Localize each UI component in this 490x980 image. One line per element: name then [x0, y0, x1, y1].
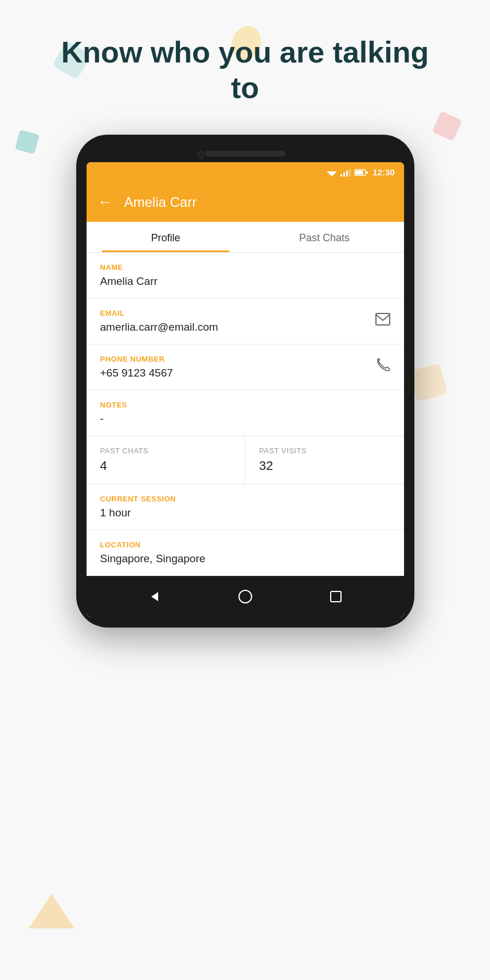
phone-camera [197, 151, 205, 159]
past-visits-stat-label: PAST VISITS [259, 446, 390, 455]
signal-icon [340, 168, 351, 177]
svg-point-18 [239, 590, 252, 603]
stats-row: PAST CHATS 4 PAST VISITS 32 [87, 436, 404, 484]
svg-marker-8 [327, 171, 337, 177]
profile-content: NAME Amelia Carr EMAIL amerlia.carr@emai… [87, 253, 404, 576]
hero-heading: Know who you are talking to [0, 0, 490, 129]
past-chats-stat-label: PAST CHATS [100, 446, 232, 455]
back-button[interactable]: ← [98, 193, 113, 211]
svg-marker-17 [151, 592, 158, 601]
phone-icon [377, 358, 390, 376]
phone-mockup: 12:30 ← Amelia Carr Profile Past Chats N… [0, 135, 490, 628]
status-time: 12:30 [373, 167, 394, 177]
notes-value: - [100, 413, 390, 425]
name-value: Amelia Carr [100, 275, 390, 288]
svg-rect-15 [366, 171, 368, 174]
phone-top-bar [87, 151, 404, 156]
location-value: Singapore, Singapore [100, 552, 390, 565]
past-chats-stat: PAST CHATS 4 [87, 436, 246, 484]
phone-field: PHONE NUMBER +65 9123 4567 [87, 344, 404, 390]
status-icons [327, 168, 368, 177]
past-chats-stat-value: 4 [100, 458, 232, 473]
battery-icon [354, 168, 368, 177]
email-field: EMAIL amerlia.carr@email.com [87, 299, 404, 344]
notes-field: NOTES - [87, 390, 404, 436]
svg-rect-16 [376, 313, 390, 325]
past-visits-stat: PAST VISITS 32 [245, 436, 404, 484]
name-field: NAME Amelia Carr [87, 253, 404, 299]
phone-label: PHONE NUMBER [100, 355, 390, 363]
name-label: NAME [100, 263, 390, 272]
tab-bar: Profile Past Chats [87, 222, 404, 253]
location-field: LOCATION Singapore, Singapore [87, 530, 404, 576]
notes-label: NOTES [100, 401, 390, 409]
current-session-label: CURRENT SESSION [100, 495, 390, 503]
app-bar: ← Amelia Carr [87, 183, 404, 222]
wifi-icon [327, 168, 337, 177]
svg-rect-9 [340, 174, 342, 177]
svg-rect-12 [349, 169, 351, 177]
svg-rect-10 [343, 173, 345, 177]
phone-frame: 12:30 ← Amelia Carr Profile Past Chats N… [76, 135, 414, 628]
svg-marker-7 [29, 894, 75, 928]
nav-back-button[interactable] [146, 588, 163, 605]
current-session-value: 1 hour [100, 507, 390, 519]
nav-home-button[interactable] [237, 588, 254, 605]
tab-past-chats[interactable]: Past Chats [245, 222, 404, 252]
recents-nav-icon [330, 590, 342, 603]
past-visits-stat-value: 32 [259, 458, 390, 473]
app-bar-title: Amelia Carr [124, 194, 197, 210]
email-icon [375, 313, 390, 329]
svg-rect-19 [331, 591, 341, 602]
tab-profile[interactable]: Profile [87, 222, 245, 252]
status-bar: 12:30 [87, 162, 404, 183]
phone-screen: 12:30 ← Amelia Carr Profile Past Chats N… [87, 162, 404, 617]
email-label: EMAIL [100, 309, 390, 317]
phone-speaker [205, 151, 285, 156]
phone-value: +65 9123 4567 [100, 367, 390, 379]
svg-rect-14 [355, 170, 363, 174]
location-label: LOCATION [100, 540, 390, 549]
bottom-nav [87, 576, 404, 617]
home-nav-icon [238, 589, 253, 604]
back-nav-icon [148, 590, 162, 603]
email-value: amerlia.carr@email.com [100, 321, 390, 334]
svg-rect-11 [346, 171, 348, 177]
current-session-field: CURRENT SESSION 1 hour [87, 484, 404, 530]
nav-recents-button[interactable] [327, 588, 344, 605]
